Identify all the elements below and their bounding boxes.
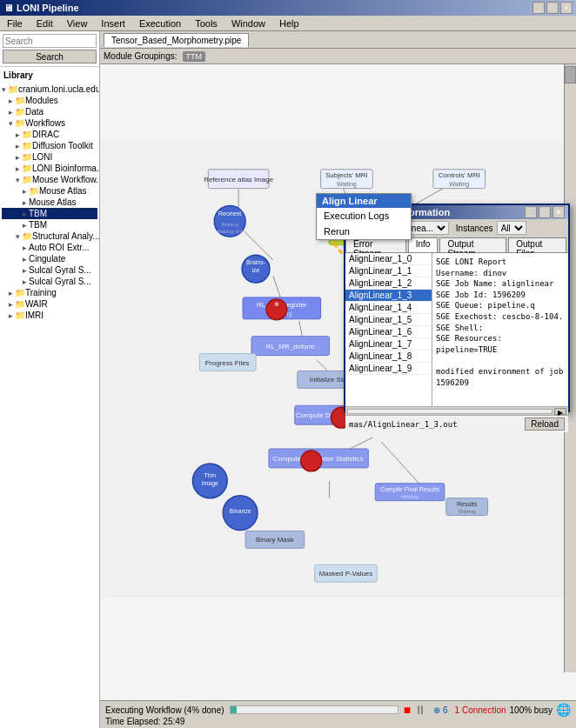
search-button[interactable]: Search bbox=[3, 50, 97, 63]
tree-label: TBM bbox=[29, 209, 47, 218]
tree-item-mouse-atlas-1[interactable]: ▸ 📁 Mouse Atlas bbox=[2, 185, 97, 197]
expand-icon: ▾ bbox=[16, 232, 20, 241]
exec-log-content: SGE LONI ReportUsername: dinovSGE Job Na… bbox=[432, 253, 568, 406]
node-results: Results Waiting bbox=[446, 498, 488, 516]
svg-text:Controls' MRI: Controls' MRI bbox=[439, 171, 480, 179]
folder-icon: 📁 bbox=[15, 311, 25, 320]
tree-item-loni[interactable]: ▸ 📁 LONI bbox=[2, 151, 97, 163]
tree-item-imri[interactable]: ▸ 📁 IMRI bbox=[2, 310, 97, 321]
menu-bar: File Edit View Insert Execution Tools Wi… bbox=[0, 16, 576, 31]
exec-instances-label: Instances bbox=[456, 224, 493, 233]
exec-tab-info[interactable]: Info bbox=[408, 237, 439, 252]
node-binary-mask: Binary Mask bbox=[245, 531, 305, 548]
tree-item-cingulate[interactable]: ▸ Cingulate bbox=[2, 253, 97, 264]
tree-item-diffusion[interactable]: ▸ 📁 Diffusion Toolkit bbox=[2, 140, 97, 151]
expand-icon: ▾ bbox=[9, 119, 13, 128]
node-controls-mri: Controls' MRI Waiting bbox=[433, 170, 486, 189]
tree-item-structural[interactable]: ▾ 📁 Structural Analy... bbox=[2, 230, 97, 242]
pause-button[interactable]: ⏸ bbox=[414, 703, 426, 717]
exec-list-item-5[interactable]: AlignLinear_1_5 bbox=[345, 314, 432, 326]
menu-view[interactable]: View bbox=[64, 17, 91, 30]
exec-scrollbar[interactable]: ▶ bbox=[345, 406, 568, 415]
tree-item-data[interactable]: ▸ 📁 Data bbox=[2, 106, 97, 117]
exec-reload-button[interactable]: Reload bbox=[525, 417, 565, 431]
tree-label: Data bbox=[25, 107, 44, 117]
menu-file[interactable]: File bbox=[3, 17, 26, 30]
svg-text:Compile Final Results: Compile Final Results bbox=[380, 486, 439, 493]
expand-icon: ▾ bbox=[16, 176, 20, 184]
module-groupings-toggle[interactable]: TTM bbox=[183, 51, 206, 62]
close-button[interactable]: × bbox=[560, 2, 573, 14]
exec-list-item-2[interactable]: AlignLinear_1_2 bbox=[345, 277, 432, 290]
tree-item-tbm-selected[interactable]: ▸ TBM bbox=[2, 208, 97, 219]
tree-item-modules[interactable]: ▸ 📁 Modules bbox=[2, 95, 97, 106]
menu-execution[interactable]: Execution bbox=[136, 17, 184, 30]
exec-list-item-7[interactable]: AlignLinear_1_7 bbox=[345, 338, 432, 351]
tree-label: Mouse Atlas bbox=[39, 186, 86, 196]
tree-item-mouse-workflow[interactable]: ▾ 📁 Mouse Workflow... bbox=[2, 174, 97, 185]
exec-list-item-4[interactable]: AlignLinear_1_4 bbox=[345, 302, 432, 314]
tree-item-workflows[interactable]: ▾ 📁 Workflows bbox=[2, 117, 97, 129]
status-row-2: Time Elapsed: 25:49 bbox=[105, 717, 571, 726]
exec-instance-list: AlignLinear_1_0 AlignLinear_1_1 AlignLin… bbox=[345, 253, 432, 406]
svg-text:Results: Results bbox=[457, 501, 478, 507]
progress-bar bbox=[230, 705, 399, 714]
tree-label: Mouse Workflow... bbox=[32, 175, 99, 184]
exec-instances-select[interactable]: All bbox=[497, 221, 526, 235]
exec-list-item-1[interactable]: AlignLinear_1_1 bbox=[345, 265, 432, 277]
pipeline-canvas[interactable]: Reference atlas Image Subjects' MRI Wait… bbox=[100, 64, 576, 700]
library-tree: Library ▾ 📁 cranium.loni.ucla.edu ▸ 📁 Mo… bbox=[0, 67, 99, 728]
tree-item-dirac[interactable]: ▸ 📁 DIRAC bbox=[2, 129, 97, 140]
menu-window[interactable]: Window bbox=[228, 17, 269, 30]
tree-item-sulcal-1[interactable]: ▸ Sulcal Gyral S... bbox=[2, 264, 97, 276]
scrollbar-thumb[interactable] bbox=[565, 66, 576, 83]
exec-list-item-3[interactable]: AlignLinear_1_3 bbox=[345, 290, 432, 302]
search-input[interactable] bbox=[3, 34, 97, 48]
tree-item-wair[interactable]: ▸ 📁 WAIR bbox=[2, 298, 97, 310]
tree-item-auto-roi[interactable]: ▸ Auto ROI Extr... bbox=[2, 242, 97, 253]
svg-text:Reorient: Reorient bbox=[218, 210, 241, 217]
tree-label: Modules bbox=[25, 96, 58, 105]
exec-close-button[interactable]: × bbox=[553, 206, 565, 218]
exec-minimize-button[interactable]: _ bbox=[525, 206, 537, 218]
expand-icon: ▸ bbox=[9, 289, 13, 297]
status-bar: Executing Workflow (4% done) ■ ⏸ ⊕ 6 1 C… bbox=[100, 700, 576, 728]
network-icon[interactable]: 🌐 bbox=[556, 703, 571, 717]
tree-label: DIRAC bbox=[32, 130, 59, 139]
tree-item-tbm-2[interactable]: ▸ TBM bbox=[2, 219, 97, 230]
folder-icon: 📁 bbox=[22, 231, 32, 241]
tree-label: Sulcal Gyral S... bbox=[29, 265, 91, 275]
expand-icon: ▸ bbox=[9, 97, 13, 105]
menu-tools[interactable]: Tools bbox=[191, 17, 221, 30]
menu-insert[interactable]: Insert bbox=[97, 17, 129, 30]
tree-item-mouse-atlas-2[interactable]: ▸ Mouse Atlas bbox=[2, 197, 97, 208]
svg-point-65 bbox=[301, 451, 322, 471]
tree-item-sulcal-2[interactable]: ▸ Sulcal Gyral S... bbox=[2, 276, 97, 287]
menu-help[interactable]: Help bbox=[276, 17, 303, 30]
exec-tab-output-files[interactable]: Output Files bbox=[508, 237, 566, 252]
context-menu-rerun[interactable]: Rerun bbox=[317, 224, 411, 239]
tree-label: Cingulate bbox=[29, 254, 65, 264]
menu-edit[interactable]: Edit bbox=[33, 17, 57, 30]
tree-item-loni-bio[interactable]: ▸ 📁 LONI Bioinforma... bbox=[2, 163, 97, 174]
minimize-button[interactable]: _ bbox=[532, 2, 545, 14]
exec-dialog-window-controls[interactable]: _ □ × bbox=[525, 206, 565, 218]
tree-item-training[interactable]: ▸ 📁 Training bbox=[2, 287, 97, 298]
exec-list-item-0[interactable]: AlignLinear_1_0 bbox=[345, 253, 432, 265]
sidebar: Search Library ▾ 📁 cranium.loni.ucla.edu… bbox=[0, 31, 100, 728]
exec-list-item-8[interactable]: AlignLinear_1_8 bbox=[345, 351, 432, 363]
exec-list-item-6[interactable]: AlignLinear_1_6 bbox=[345, 326, 432, 338]
pipeline-tab[interactable]: Tensor_Based_Morphometry.pipe bbox=[104, 33, 249, 47]
context-menu-exec-logs[interactable]: Execution Logs bbox=[317, 208, 411, 224]
exec-list-item-9[interactable]: AlignLinear_1_9 bbox=[345, 363, 432, 375]
tree-item-cranium[interactable]: ▾ 📁 cranium.loni.ucla.edu bbox=[2, 83, 97, 95]
stop-button[interactable]: ■ bbox=[404, 703, 411, 717]
leaf-icon: ▸ bbox=[23, 266, 27, 275]
maximize-button[interactable]: □ bbox=[546, 2, 559, 14]
status-row-1: Executing Workflow (4% done) ■ ⏸ ⊕ 6 1 C… bbox=[105, 703, 571, 717]
window-controls[interactable]: _ □ × bbox=[532, 2, 573, 14]
exec-tab-output-stream[interactable]: Output Stream bbox=[439, 237, 506, 252]
title-bar: 🖥 LONI Pipeline _ □ × bbox=[0, 0, 576, 16]
exec-maximize-button[interactable]: □ bbox=[539, 206, 551, 218]
folder-icon: 📁 bbox=[15, 118, 25, 128]
